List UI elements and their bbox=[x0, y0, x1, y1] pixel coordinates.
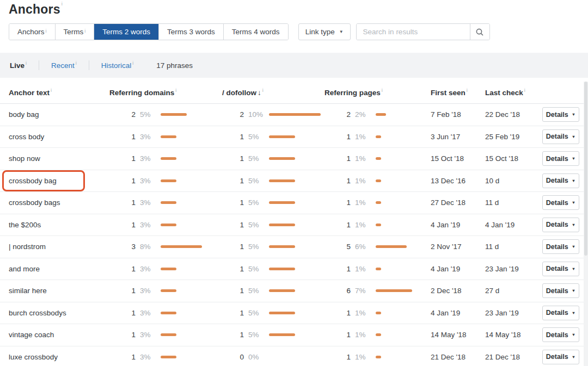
anchor-text-cell: | nordstrom bbox=[9, 243, 109, 251]
details-button[interactable]: Details▼ bbox=[542, 239, 579, 254]
link-type-dropdown[interactable]: Link type ▼ bbox=[298, 23, 351, 40]
first-seen-cell: 2 Dec '18 bbox=[431, 287, 485, 295]
referring-pages-cell: 56% bbox=[324, 243, 431, 251]
info-icon[interactable]: i bbox=[62, 1, 63, 7]
report-tabs: Anchorsi Termsi Terms 2 words Terms 3 wo… bbox=[9, 23, 289, 40]
first-seen-cell: 21 Dec '18 bbox=[431, 353, 485, 361]
last-check-cell: 4 Jan '19 bbox=[485, 221, 542, 229]
domains-bar bbox=[161, 245, 202, 248]
info-icon[interactable]: i bbox=[51, 88, 52, 93]
first-seen-cell: 13 Dec '16 bbox=[431, 177, 485, 185]
mode-label: Historical bbox=[101, 61, 132, 70]
info-icon: i bbox=[132, 60, 133, 66]
anchor-text-cell: similar here bbox=[9, 287, 109, 295]
domains-bar bbox=[161, 312, 176, 314]
mode-tab-recent[interactable]: Recenti bbox=[50, 61, 78, 70]
chevron-down-icon: ▼ bbox=[572, 288, 575, 293]
referring-pages-cell: 11% bbox=[324, 265, 431, 273]
anchor-text-cell: crossbody bag bbox=[9, 177, 109, 185]
table-row: cross body 13% 15% 11% 3 Jun '17 25 Feb … bbox=[0, 126, 588, 148]
anchor-text-cell: crossbody bags bbox=[9, 198, 109, 207]
info-icon[interactable]: i bbox=[467, 88, 468, 93]
tab-label: Terms bbox=[64, 28, 84, 36]
pages-bar bbox=[376, 356, 381, 358]
header-dofollow[interactable]: / dofollow↓i bbox=[222, 89, 324, 97]
details-button[interactable]: Details▼ bbox=[542, 262, 579, 276]
dofollow-cell: 210% bbox=[232, 110, 324, 119]
dofollow-bar bbox=[269, 224, 295, 226]
anchor-text-cell: luxe crossbody bbox=[9, 353, 109, 361]
dofollow-bar bbox=[269, 312, 295, 314]
details-button[interactable]: Details▼ bbox=[542, 283, 579, 298]
info-icon[interactable]: i bbox=[524, 88, 525, 93]
domains-bar bbox=[161, 224, 176, 226]
divider bbox=[39, 60, 39, 70]
last-check-cell: 27 d bbox=[485, 287, 542, 295]
details-button[interactable]: Details▼ bbox=[542, 151, 579, 166]
referring-domains-cell: 13% bbox=[109, 265, 232, 273]
dofollow-bar bbox=[269, 268, 295, 270]
first-seen-cell: 4 Jan '19 bbox=[431, 265, 485, 273]
tab-label: Terms 4 words bbox=[232, 28, 280, 36]
chevron-down-icon: ▼ bbox=[572, 266, 575, 271]
report-tab-terms[interactable]: Termsi bbox=[56, 24, 95, 40]
header-referring-domains[interactable]: Referring domainsi bbox=[109, 89, 232, 97]
report-tab-terms-2-words[interactable]: Terms 2 words bbox=[94, 24, 159, 40]
details-button[interactable]: Details▼ bbox=[542, 306, 579, 320]
search-icon bbox=[475, 28, 484, 36]
details-button[interactable]: Details▼ bbox=[542, 107, 579, 122]
tab-label: Terms 3 words bbox=[167, 28, 215, 36]
table-row: crossbody bags 13% 15% 11% 27 Dec '18 11… bbox=[0, 192, 588, 214]
vertical-scrollbar-track[interactable] bbox=[584, 82, 588, 366]
vertical-scrollbar-thumb[interactable] bbox=[584, 82, 587, 256]
domains-bar bbox=[161, 179, 176, 182]
chevron-down-icon: ▼ bbox=[572, 200, 575, 205]
mode-tab-historical[interactable]: Historicali bbox=[100, 61, 135, 70]
referring-pages-cell: 11% bbox=[324, 154, 431, 163]
anchor-text-cell: cross body bbox=[9, 133, 109, 141]
header-anchor-text[interactable]: Anchor texti bbox=[9, 89, 109, 97]
info-icon[interactable]: i bbox=[262, 88, 264, 93]
last-check-cell: 14 May '18 bbox=[485, 331, 542, 339]
first-seen-cell: 2 Nov '17 bbox=[431, 243, 485, 251]
details-button[interactable]: Details▼ bbox=[542, 350, 579, 364]
toolbar: Anchorsi Termsi Terms 2 words Terms 3 wo… bbox=[9, 23, 579, 40]
details-button[interactable]: Details▼ bbox=[542, 327, 579, 342]
header-last-check[interactable]: Last checki bbox=[485, 89, 542, 97]
dofollow-cell: 15% bbox=[232, 265, 324, 273]
domains-bar bbox=[161, 289, 176, 292]
chevron-down-icon: ▼ bbox=[572, 244, 575, 249]
info-icon[interactable]: i bbox=[382, 88, 383, 93]
referring-domains-cell: 13% bbox=[109, 198, 232, 207]
referring-domains-cell: 13% bbox=[109, 221, 232, 229]
mode-tab-live[interactable]: Livei bbox=[9, 61, 28, 70]
header-first-seen[interactable]: First seeni bbox=[431, 89, 485, 97]
details-button[interactable]: Details▼ bbox=[542, 129, 579, 144]
dofollow-cell: 15% bbox=[232, 331, 324, 339]
pages-bar bbox=[376, 157, 381, 160]
tab-label: Anchors bbox=[17, 28, 45, 36]
chevron-down-icon: ▼ bbox=[572, 222, 575, 227]
referring-domains-cell: 13% bbox=[109, 154, 232, 163]
pages-bar bbox=[376, 224, 381, 226]
referring-pages-cell: 11% bbox=[324, 221, 431, 229]
header-referring-pages[interactable]: Referring pagesi bbox=[324, 89, 431, 97]
referring-domains-cell: 13% bbox=[109, 353, 232, 361]
info-icon[interactable]: i bbox=[175, 88, 176, 93]
report-tab-terms-3-words[interactable]: Terms 3 words bbox=[159, 24, 224, 40]
report-tab-anchors[interactable]: Anchorsi bbox=[9, 24, 56, 40]
details-button[interactable]: Details▼ bbox=[542, 173, 579, 188]
details-button[interactable]: Details▼ bbox=[542, 218, 579, 232]
search-input[interactable] bbox=[357, 24, 470, 40]
report-tab-terms-4-words[interactable]: Terms 4 words bbox=[224, 24, 288, 40]
referring-domains-cell: 13% bbox=[109, 331, 232, 339]
first-seen-cell: 7 Feb '18 bbox=[431, 110, 485, 119]
anchor-text-cell: the $200s bbox=[9, 221, 109, 229]
domains-bar bbox=[161, 113, 187, 116]
search-button[interactable] bbox=[470, 24, 489, 40]
details-button[interactable]: Details▼ bbox=[542, 195, 579, 210]
referring-pages-cell: 22% bbox=[324, 110, 431, 119]
table-row: similar here 13% 15% 67% 2 Dec '18 27 d … bbox=[0, 280, 588, 302]
pages-bar bbox=[376, 179, 381, 182]
table-row: vintage coach 13% 15% 11% 14 May '18 14 … bbox=[0, 324, 588, 346]
